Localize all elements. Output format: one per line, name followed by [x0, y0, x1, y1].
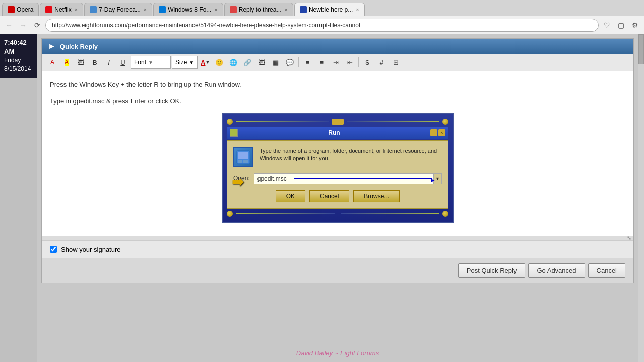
strikethrough-btn[interactable]: S̶ [361, 56, 374, 69]
post-quick-reply-button[interactable]: Post Quick Reply [458, 263, 526, 278]
editor-toolbar: A A 🖼 B I U Font ▼ Size ▼ A ▼ 🙂 🌐 [42, 54, 633, 71]
emoji-btn[interactable]: 🙂 [213, 56, 226, 69]
run-browse-button[interactable]: Browse... [353, 190, 400, 202]
svg-rect-1 [238, 152, 248, 159]
underline-button[interactable]: U [116, 56, 130, 69]
tab-forecast[interactable]: 7-Day Foreca... × [84, 3, 152, 16]
go-advanced-button[interactable]: Go Advanced [528, 263, 585, 278]
more-btn[interactable]: ⊞ [389, 56, 402, 69]
link-remove-btn[interactable]: 🔗 [241, 56, 254, 69]
run-minimize-icon[interactable]: _ [430, 129, 437, 136]
run-dialog-input[interactable] [254, 173, 434, 184]
run-icon-small [230, 129, 238, 137]
clock-day: Friday [4, 56, 33, 65]
tab-windows8-close[interactable]: × [214, 7, 217, 13]
eightforums-favicon [300, 6, 307, 13]
size-label: Size [175, 59, 187, 66]
tab-opera[interactable]: Opera [2, 3, 39, 16]
table-btn[interactable]: ▦ [269, 56, 282, 69]
tab-netflix[interactable]: Netflix × [40, 3, 83, 16]
outdent-btn[interactable]: ⇤ [343, 56, 356, 69]
main-content: ► Quick Reply A A 🖼 B I U Font ▼ Size ▼ [37, 34, 638, 362]
font-dropdown-arrow-icon: ▼ [148, 60, 153, 65]
editor-resize-handle[interactable]: ⤡ [42, 236, 633, 240]
resize-icon: ⤡ [627, 235, 631, 241]
tab-windows8-label: Windows 8 Fo... [168, 6, 211, 13]
forward-button[interactable]: → [17, 19, 29, 31]
settings-icon[interactable]: ⚙ [629, 19, 641, 31]
run-dialog-titlebar: Run _ × [227, 127, 448, 139]
back-button[interactable]: ← [3, 19, 15, 31]
signature-label: Show your signature [61, 246, 121, 253]
editor-gpedit-text: gpedit.msc [73, 97, 105, 105]
bold-button[interactable]: B [88, 56, 101, 69]
font-dropdown[interactable]: Font ▼ [131, 56, 171, 69]
cancel-button[interactable]: Cancel [588, 263, 625, 278]
run-dialog-input-dropdown[interactable]: ▼ [434, 173, 442, 184]
dialog-bottom-scroll [227, 210, 448, 218]
text-color-btn[interactable]: A [46, 56, 59, 69]
size-dropdown[interactable]: Size ▼ [172, 56, 198, 69]
run-dialog-description: Type the name of a program, folder, docu… [260, 147, 442, 167]
tab-eightforums-close[interactable]: × [356, 7, 359, 13]
image2-btn[interactable]: 🖼 [255, 56, 268, 69]
scroll-knob-br [442, 211, 448, 217]
run-dialog-app-icon [233, 147, 253, 167]
tab-gmail[interactable]: Reply to threa... × [224, 3, 293, 16]
ul-btn[interactable]: ≡ [315, 56, 328, 69]
tab-eightforums[interactable]: Newbie here p... × [294, 3, 365, 16]
quote-btn[interactable]: 💬 [283, 56, 296, 69]
tab-gmail-label: Reply to threa... [239, 6, 282, 13]
ol-btn[interactable]: ≡ [301, 56, 314, 69]
run-close-icon[interactable]: × [438, 129, 445, 136]
signature-checkbox[interactable] [50, 246, 57, 253]
netflix-favicon [45, 6, 52, 13]
clock-sidebar: 7:40:42 AM Friday 8/15/2014 [0, 34, 37, 78]
gmail-favicon [230, 6, 237, 13]
run-dialog-body: Type the name of a program, folder, docu… [227, 140, 448, 209]
tab-forecast-close[interactable]: × [144, 7, 147, 13]
toolbar-sep1 [298, 57, 299, 67]
hash-btn[interactable]: # [375, 56, 388, 69]
tab-eightforums-label: Newbie here p... [309, 6, 353, 13]
editor-line2: Type in gpedit.msc & press Enter or clic… [50, 96, 625, 107]
run-ok-button[interactable]: OK [276, 190, 305, 202]
scrollbar[interactable] [638, 34, 644, 362]
signature-area: Show your signature [42, 240, 633, 258]
run-dialog-open-row: Open: ► ▼ [233, 173, 442, 184]
tab-netflix-close[interactable]: × [75, 7, 78, 13]
run-dialog-title-text: Run [238, 128, 430, 138]
indent-btn[interactable]: ⇥ [329, 56, 342, 69]
run-dialog-title-icons: _ × [430, 129, 445, 136]
size-dropdown-arrow-icon: ▼ [189, 60, 194, 65]
run-dialog-frame: Run _ × [222, 113, 454, 223]
editor-line1: Press the Windows Key + the letter R to … [50, 80, 625, 90]
scroll-knob-tl [227, 119, 233, 125]
quick-reply-title: Quick Reply [60, 43, 98, 50]
editor-line2-prefix: Type in [50, 97, 73, 105]
highlight-btn[interactable]: A [60, 56, 73, 69]
font-color-btn[interactable]: A ▼ [199, 56, 212, 69]
bottom-buttons: Post Quick Reply Go Advanced Cancel [42, 258, 633, 283]
forecast-favicon [90, 6, 97, 13]
refresh-button[interactable]: ⟳ [31, 19, 43, 31]
scroll-knob-bl [227, 211, 233, 217]
scrollbar-thumb[interactable] [638, 34, 644, 64]
bookmark-icon[interactable]: ♡ [601, 19, 613, 31]
font-label: Font [134, 59, 146, 66]
editor-area[interactable]: Press the Windows Key + the letter R to … [42, 71, 633, 236]
image-btn[interactable]: 🖼 [74, 56, 87, 69]
run-cancel-button[interactable]: Cancel [309, 190, 349, 202]
scroll-knob-tr [442, 119, 448, 125]
adblock-icon[interactable]: ▢ [615, 19, 627, 31]
tab-opera-label: Opera [17, 6, 33, 13]
link-btn[interactable]: 🌐 [227, 56, 240, 69]
run-dialog-container: ➡ [50, 113, 625, 223]
dialog-icon-small [332, 119, 344, 125]
windows8-favicon [159, 6, 166, 13]
italic-button[interactable]: I [102, 56, 115, 69]
address-bar[interactable] [45, 19, 599, 32]
page-footer: David Bailey ~ Eight Forums [37, 349, 638, 357]
tab-gmail-close[interactable]: × [284, 7, 287, 13]
tab-windows8[interactable]: Windows 8 Fo... × [153, 3, 223, 16]
